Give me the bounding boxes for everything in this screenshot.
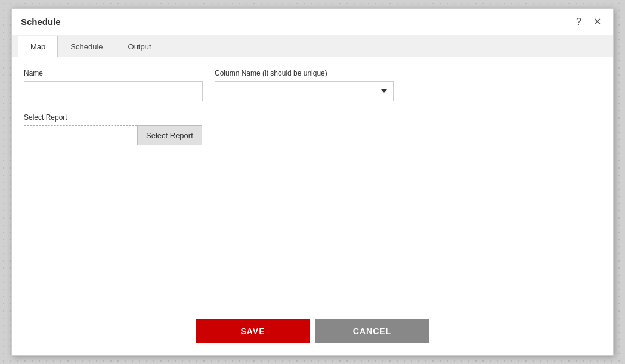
name-input[interactable]: [24, 81, 203, 101]
dialog-footer: SAVE CANCEL: [12, 307, 613, 355]
form-group-name: Name: [24, 69, 203, 101]
header-icons: ? ✕: [573, 15, 604, 29]
select-report-label: Select Report: [24, 113, 601, 122]
close-button[interactable]: ✕: [590, 15, 604, 29]
column-name-select[interactable]: [215, 81, 394, 101]
info-bar: [24, 155, 601, 175]
cancel-button[interactable]: CANCEL: [315, 319, 429, 343]
dialog-body: Map Schedule Output Name Column Name (it…: [12, 35, 613, 307]
column-name-label: Column Name (it should be unique): [215, 69, 394, 77]
select-report-input-group: Select Report: [24, 125, 601, 145]
form-group-column-name: Column Name (it should be unique): [215, 69, 394, 101]
tab-content-map: Name Column Name (it should be unique) S…: [12, 57, 613, 307]
tabs-bar: Map Schedule Output: [12, 35, 613, 57]
dialog-header: Schedule ? ✕: [12, 9, 613, 35]
tab-schedule[interactable]: Schedule: [58, 36, 115, 57]
tab-output[interactable]: Output: [116, 36, 164, 57]
select-report-input[interactable]: [24, 125, 137, 145]
schedule-dialog: Schedule ? ✕ Map Schedule Output Name: [11, 8, 614, 356]
dialog-title: Schedule: [21, 17, 61, 27]
save-button[interactable]: SAVE: [196, 319, 310, 343]
form-row-name-column: Name Column Name (it should be unique): [24, 69, 601, 101]
select-report-row: Select Report Select Report: [24, 113, 601, 145]
select-report-button[interactable]: Select Report: [137, 125, 202, 145]
help-button[interactable]: ?: [573, 15, 584, 29]
name-label: Name: [24, 69, 203, 77]
tab-map[interactable]: Map: [18, 36, 58, 57]
